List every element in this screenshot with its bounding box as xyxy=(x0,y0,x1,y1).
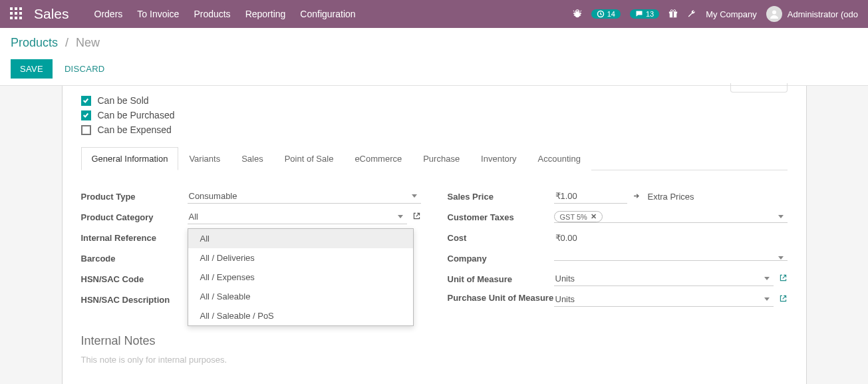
sales-price-label: Sales Price xyxy=(448,192,554,202)
dropdown-option[interactable]: All / Saleable xyxy=(188,287,413,306)
can-be-expensed-label: Can be Expensed xyxy=(98,124,172,135)
external-link-icon[interactable] xyxy=(779,274,788,284)
product-category-select[interactable]: All All All / Deliveries All / Expenses … xyxy=(188,210,407,224)
tab-point-of-sale[interactable]: Point of Sale xyxy=(274,147,345,170)
svg-rect-3 xyxy=(10,12,13,15)
svg-rect-4 xyxy=(15,12,17,15)
can-be-purchased-label: Can be Purchased xyxy=(98,110,175,120)
clock-badge-count: 14 xyxy=(607,10,615,18)
tab-purchase[interactable]: Purchase xyxy=(412,147,470,170)
svg-rect-1 xyxy=(15,7,17,10)
menu-to-invoice[interactable]: To Invoice xyxy=(137,9,179,19)
breadcrumb-parent[interactable]: Products xyxy=(11,36,58,49)
company-switcher[interactable]: My Company xyxy=(706,9,757,19)
dropdown-option[interactable]: All xyxy=(188,229,413,248)
discard-button[interactable]: DISCARD xyxy=(65,64,105,74)
bug-icon[interactable] xyxy=(573,9,582,19)
hsn-sac-code-label: HSN/SAC Code xyxy=(81,274,188,284)
left-column: Product Type Consumable Product Category… xyxy=(81,189,421,313)
save-button[interactable]: SAVE xyxy=(11,59,53,79)
product-type-label: Product Type xyxy=(81,192,188,202)
tab-sales[interactable]: Sales xyxy=(231,147,274,170)
svg-rect-6 xyxy=(10,17,13,19)
caret-down-icon xyxy=(764,277,770,280)
wrench-icon[interactable] xyxy=(687,9,696,19)
external-link-icon[interactable] xyxy=(412,212,421,222)
svg-point-9 xyxy=(575,12,580,18)
can-be-sold-checkbox[interactable] xyxy=(81,96,91,106)
svg-rect-0 xyxy=(10,7,13,10)
internal-notes-title: Internal Notes xyxy=(81,334,788,348)
external-link-icon[interactable] xyxy=(779,294,788,305)
tab-variants[interactable]: Variants xyxy=(178,147,231,170)
customer-taxes-field[interactable]: GST 5% ✕ xyxy=(554,211,788,223)
svg-point-16 xyxy=(772,11,776,15)
svg-rect-8 xyxy=(19,17,22,19)
sales-price-field[interactable]: ₹1.00 xyxy=(554,189,627,204)
user-name: Administrator (odo xyxy=(788,9,858,19)
can-be-expensed-checkbox[interactable] xyxy=(81,125,91,135)
dropdown-option[interactable]: All / Expenses xyxy=(188,268,413,287)
nav-menu: Orders To Invoice Products Reporting Con… xyxy=(94,9,356,19)
menu-products[interactable]: Products xyxy=(194,9,230,19)
clock-badge[interactable]: 14 xyxy=(591,9,621,19)
breadcrumb-current: New xyxy=(76,36,100,49)
extra-prices-link[interactable]: Extra Prices xyxy=(648,192,694,202)
caret-down-icon xyxy=(778,256,784,260)
product-type-value: Consumable xyxy=(188,189,408,203)
top-navbar: Sales Orders To Invoice Products Reporti… xyxy=(0,0,868,28)
purchase-uom-value: Units xyxy=(554,292,760,306)
tabs: General Information Variants Sales Point… xyxy=(81,147,788,170)
svg-point-14 xyxy=(670,10,672,12)
tab-inventory[interactable]: Inventory xyxy=(470,147,527,170)
tab-ecommerce[interactable]: eCommerce xyxy=(344,147,412,170)
purchase-uom-label: Purchase Unit of Measure xyxy=(448,292,554,304)
tax-tag-label: GST 5% xyxy=(560,213,587,221)
uom-label: Unit of Measure xyxy=(448,274,554,284)
purchase-uom-select[interactable]: Units xyxy=(554,292,774,307)
product-category-value: All xyxy=(188,210,394,224)
sales-price-value: ₹1.00 xyxy=(554,189,627,203)
menu-configuration[interactable]: Configuration xyxy=(300,9,355,19)
right-column: Sales Price ₹1.00 Extra Prices Customer … xyxy=(448,189,788,313)
tab-accounting[interactable]: Accounting xyxy=(527,147,591,170)
cost-field[interactable]: ₹0.00 xyxy=(554,231,788,245)
company-select[interactable] xyxy=(554,256,788,261)
cost-label: Cost xyxy=(448,233,554,243)
svg-rect-13 xyxy=(672,12,674,18)
can-be-purchased-checkbox[interactable] xyxy=(81,110,91,120)
dropdown-option[interactable]: All / Deliveries xyxy=(188,248,413,268)
chat-badge[interactable]: 13 xyxy=(630,9,659,19)
caret-down-icon xyxy=(778,215,784,218)
user-menu[interactable]: Administrator (odo xyxy=(766,6,858,22)
svg-point-15 xyxy=(674,10,676,12)
internal-notes-placeholder[interactable]: This note is only for internal purposes. xyxy=(81,355,788,365)
menu-reporting[interactable]: Reporting xyxy=(245,9,286,19)
customer-taxes-label: Customer Taxes xyxy=(448,212,554,222)
menu-orders[interactable]: Orders xyxy=(94,9,123,19)
apps-icon[interactable] xyxy=(10,7,22,21)
arrow-right-icon xyxy=(633,192,640,202)
gift-icon[interactable] xyxy=(668,9,678,19)
hsn-sac-desc-label: HSN/SAC Description xyxy=(81,295,188,305)
caret-down-icon xyxy=(412,194,417,198)
uom-value: Units xyxy=(554,272,760,286)
product-category-label: Product Category xyxy=(81,212,188,222)
caret-down-icon xyxy=(398,215,403,218)
can-be-sold-label: Can be Sold xyxy=(98,95,149,106)
avatar xyxy=(766,6,782,22)
barcode-label: Barcode xyxy=(81,254,188,264)
app-brand[interactable]: Sales xyxy=(34,6,69,22)
svg-rect-5 xyxy=(19,12,22,15)
form-sheet: Can be Sold Can be Purchased Can be Expe… xyxy=(62,86,807,384)
uom-select[interactable]: Units xyxy=(554,272,774,286)
tag-remove-icon[interactable]: ✕ xyxy=(591,212,597,221)
product-category-dropdown: All All / Deliveries All / Expenses All … xyxy=(188,228,414,326)
tax-tag: GST 5% ✕ xyxy=(554,211,603,222)
dropdown-option[interactable]: All / Saleable / PoS xyxy=(188,306,413,325)
chat-badge-count: 13 xyxy=(646,10,654,18)
product-image-box[interactable] xyxy=(730,83,788,93)
product-type-select[interactable]: Consumable xyxy=(188,189,421,204)
svg-rect-7 xyxy=(15,17,17,19)
tab-general-information[interactable]: General Information xyxy=(81,147,179,170)
